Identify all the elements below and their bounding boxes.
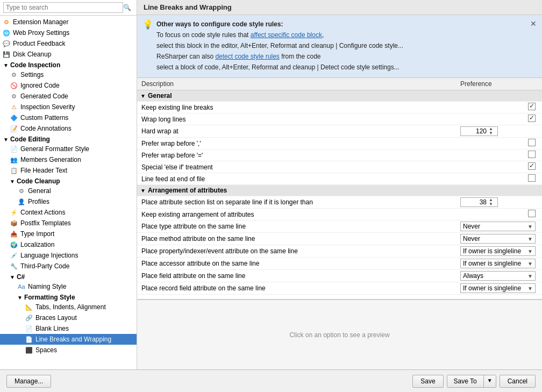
nav-item-general[interactable]: ⚙General bbox=[0, 186, 137, 196]
manage-button[interactable]: Manage... bbox=[6, 375, 51, 388]
nav-item-context-actions[interactable]: ⚡Context Actions bbox=[0, 207, 137, 218]
nav-item-third-party-code[interactable]: 🔧Third-Party Code bbox=[0, 261, 137, 272]
spinbox[interactable]: ▲▼ bbox=[460, 126, 498, 136]
nav-item-tabs,-indents,-alignment[interactable]: 📐Tabs, Indents, Alignment bbox=[0, 302, 137, 312]
checkbox-ctrl[interactable] bbox=[528, 139, 536, 146]
row-pref bbox=[456, 113, 542, 125]
nav-item-blank-lines[interactable]: 📄Blank Lines bbox=[0, 323, 137, 334]
nav-item-postfix-templates[interactable]: 📦Postfix Templates bbox=[0, 218, 137, 229]
nav-item-spaces[interactable]: ⬛Spaces bbox=[0, 345, 137, 355]
nav-icon: 📐 bbox=[25, 303, 33, 311]
info-line-1: To focus on code style rules that affect… bbox=[156, 30, 537, 40]
row-pref bbox=[456, 149, 542, 161]
nav-icon: 📥 bbox=[10, 230, 18, 238]
nav-item-ignored-code[interactable]: 🚫Ignored Code bbox=[0, 80, 137, 91]
nav-item-line-breaks-and-wrapping[interactable]: 📄Line Breaks and Wrapping bbox=[0, 334, 137, 345]
row-pref bbox=[456, 161, 542, 173]
nav-item-type-import[interactable]: 📥Type Import bbox=[0, 229, 137, 239]
spin-down[interactable]: ▼ bbox=[488, 202, 494, 206]
search-input[interactable] bbox=[3, 2, 123, 13]
nav-item-language-injections[interactable]: 💉Language Injections bbox=[0, 250, 137, 261]
nav-item-file-header-text[interactable]: 📋File Header Text bbox=[0, 165, 137, 176]
dropdown-ctrl[interactable]: If owner is singleline▼ bbox=[460, 246, 536, 256]
dropdown-ctrl[interactable]: If owner is singleline▼ bbox=[460, 283, 536, 293]
nav-item-code-annotations[interactable]: 📝Code Annotations bbox=[0, 123, 137, 134]
save-to-split: Save To ▼ bbox=[447, 375, 496, 388]
section-code-cleanup[interactable]: ▼Code Cleanup bbox=[0, 176, 137, 186]
save-button[interactable]: Save bbox=[412, 375, 443, 388]
nav-icon: ⚙ bbox=[10, 70, 18, 79]
checkbox-ctrl[interactable] bbox=[528, 151, 536, 158]
dropdown-ctrl[interactable]: Always▼ bbox=[460, 271, 536, 281]
nav-item-inspection-severity[interactable]: ⚠Inspection Severity bbox=[0, 102, 137, 112]
nav-item-settings[interactable]: ⚙Settings bbox=[0, 69, 137, 80]
spin-buttons: ▲▼ bbox=[488, 198, 494, 206]
save-to-button[interactable]: Save To bbox=[447, 375, 484, 387]
nav-item-web-proxy-settings[interactable]: 🌐Web Proxy Settings bbox=[0, 27, 137, 38]
nav-item-generated-code[interactable]: ⚙Generated Code bbox=[0, 91, 137, 102]
preview-text: Click on an option to see a preview bbox=[289, 331, 389, 339]
checkbox-ctrl[interactable] bbox=[528, 115, 536, 122]
section-label: Code Inspection bbox=[10, 61, 60, 69]
row-pref: ▲▼ bbox=[456, 125, 542, 138]
nav-icon: 📄 bbox=[10, 145, 18, 153]
nav-item-general-formatter-style[interactable]: 📄General Formatter Style bbox=[0, 144, 137, 154]
info-line-bold: Other ways to configure code style rules… bbox=[156, 19, 537, 29]
nav-item-localization[interactable]: 🌍Localization bbox=[0, 239, 137, 250]
checkbox-ctrl[interactable] bbox=[528, 103, 536, 110]
spin-down[interactable]: ▼ bbox=[488, 131, 494, 136]
nav-label: Blank Lines bbox=[35, 325, 69, 332]
row-label: Place method attribute on the same line bbox=[137, 233, 456, 245]
nav-label: Localization bbox=[20, 241, 54, 248]
checkbox-ctrl[interactable] bbox=[528, 162, 536, 170]
spinbox-input[interactable] bbox=[461, 198, 488, 206]
row-label: Hard wrap at bbox=[137, 125, 456, 138]
nav-icon: Aa bbox=[17, 282, 26, 291]
section-code-editing[interactable]: ▼Code Editing bbox=[0, 134, 137, 144]
link-detect-rules[interactable]: detect code style rules bbox=[215, 53, 279, 60]
nav-item-members-generation[interactable]: 👥Members Generation bbox=[0, 154, 137, 165]
nav-item-custom-patterns[interactable]: 🔷Custom Patterns bbox=[0, 112, 137, 123]
bottom-bar: Manage... Save Save To ▼ Cancel bbox=[0, 369, 542, 392]
nav-icon: 👤 bbox=[17, 197, 26, 206]
nav-icon: 📝 bbox=[10, 124, 18, 133]
nav-icon: 🔧 bbox=[10, 262, 18, 270]
section-formatting-style[interactable]: ▼Formatting Style bbox=[0, 292, 137, 302]
row-pref: Never▼ bbox=[456, 233, 542, 245]
row-pref bbox=[456, 138, 542, 149]
dropdown-ctrl[interactable]: If owner is singleline▼ bbox=[460, 259, 536, 268]
group-header-row[interactable]: ▼General bbox=[137, 90, 542, 102]
cancel-button[interactable]: Cancel bbox=[500, 375, 536, 388]
dropdown-ctrl[interactable]: Never▼ bbox=[460, 234, 536, 244]
group-header-row[interactable]: ▼Arrangement of attributes bbox=[137, 185, 542, 196]
dropdown-arrow: ▼ bbox=[527, 273, 533, 279]
spinbox-input[interactable] bbox=[461, 127, 488, 136]
section-label: Formatting Style bbox=[24, 294, 75, 301]
nav-icon: 👥 bbox=[10, 155, 18, 164]
nav-item-braces-layout[interactable]: 🔗Braces Layout bbox=[0, 312, 137, 323]
nav-icon: 🌍 bbox=[10, 240, 18, 249]
nav-item-naming-style[interactable]: AaNaming Style bbox=[0, 281, 137, 292]
settings-row: Hard wrap at▲▼ bbox=[137, 125, 542, 138]
row-label: Place attribute section list on separate… bbox=[137, 196, 456, 209]
nav-item-extension-manager[interactable]: ⚙Extension Manager bbox=[0, 17, 137, 27]
checkbox-ctrl[interactable] bbox=[528, 210, 536, 217]
spinbox[interactable]: ▲▼ bbox=[460, 197, 498, 207]
info-line-2: select this block in the editor, Alt+Ent… bbox=[156, 41, 537, 51]
section-label: Code Cleanup bbox=[17, 177, 60, 185]
save-to-dropdown-arrow[interactable]: ▼ bbox=[484, 375, 496, 387]
settings-row: Prefer wrap before '=' bbox=[137, 149, 542, 161]
main-container: 🔍 ⚙Extension Manager🌐Web Proxy Settings💬… bbox=[0, 0, 542, 392]
tree: ⚙Extension Manager🌐Web Proxy Settings💬Pr… bbox=[0, 16, 137, 369]
section-code-inspection[interactable]: ▼Code Inspection bbox=[0, 60, 137, 69]
nav-item-profiles[interactable]: 👤Profiles bbox=[0, 196, 137, 207]
nav-item-disk-cleanup[interactable]: 💾Disk Cleanup bbox=[0, 49, 137, 60]
dropdown-ctrl[interactable]: Never▼ bbox=[460, 222, 536, 231]
link-specific-code[interactable]: affect specific code block bbox=[251, 31, 322, 39]
section-c#[interactable]: ▼C# bbox=[0, 272, 137, 281]
close-button[interactable]: ✕ bbox=[530, 19, 537, 28]
nav-item-product-feedback[interactable]: 💬Product Feedback bbox=[0, 38, 137, 49]
settings-row: Place method attribute on the same lineN… bbox=[137, 233, 542, 245]
checkbox-ctrl[interactable] bbox=[528, 174, 536, 182]
nav-label: Type Import bbox=[20, 230, 54, 238]
